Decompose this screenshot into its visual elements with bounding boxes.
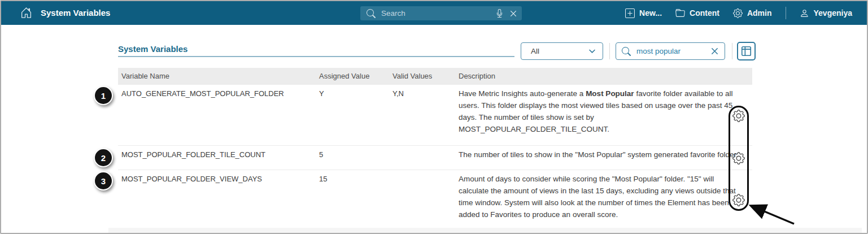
row-settings-gear-icon[interactable]: [732, 194, 745, 206]
close-icon[interactable]: [509, 10, 517, 18]
table-footer-strip: [108, 228, 862, 233]
table-row[interactable]: AUTO_GENERATE_MOST_POPULAR_FOLDER Y Y,N …: [118, 85, 752, 146]
variable-description: The number of tiles to show in the "Most…: [459, 149, 739, 161]
row-settings-gear-icon[interactable]: [732, 110, 745, 122]
table-search-box[interactable]: [616, 42, 725, 60]
plus-square-icon: [625, 8, 635, 18]
grid-layout-icon: [741, 46, 752, 57]
assigned-value: Y: [319, 89, 324, 98]
category-filter-dropdown[interactable]: All: [521, 42, 603, 60]
table-row[interactable]: MOST_POPULAR_FOLDER_TILE_COUNT 5 The num…: [118, 146, 752, 170]
column-header-description[interactable]: Description: [459, 72, 495, 80]
column-header-variable-name[interactable]: Variable Name: [121, 72, 169, 80]
gear-icon: [733, 8, 743, 18]
row-settings-gear-icon[interactable]: [732, 152, 745, 164]
mic-icon[interactable]: [495, 9, 504, 18]
topbar-menu: New... Content Admin Yevgeniya: [625, 1, 852, 25]
panel-title: System Variables: [118, 44, 187, 54]
panel-title-underline: [118, 56, 514, 57]
content-menu-label: Content: [690, 8, 719, 18]
home-icon[interactable]: [20, 7, 32, 19]
new-button-label: New...: [639, 8, 662, 18]
step-badge-3: 3: [94, 171, 113, 190]
variable-name: MOST_POPULAR_FOLDER_VIEW_DAYS: [121, 175, 262, 183]
table-header-row: Variable Name Assigned Value Valid Value…: [118, 68, 752, 85]
new-button[interactable]: New...: [625, 8, 662, 18]
variable-name: AUTO_GENERATE_MOST_POPULAR_FOLDER: [121, 89, 284, 98]
variable-description: Amount of days to consider while scoring…: [459, 173, 739, 220]
admin-menu-label: Admin: [747, 8, 772, 18]
person-icon: [800, 8, 809, 18]
toolbar-divider: [732, 43, 732, 59]
top-navigation-bar: System Variables New... Content Admin: [1, 1, 867, 25]
folder-icon: [675, 8, 685, 18]
page-title: System Variables: [41, 8, 110, 18]
user-menu[interactable]: Yevgeniya: [800, 8, 853, 18]
variable-description: Have Metric Insights auto-generate a Mos…: [459, 88, 739, 135]
valid-values: Y,N: [392, 89, 404, 98]
global-search-bar[interactable]: [360, 6, 522, 20]
chevron-down-icon: [588, 47, 596, 55]
variable-name: MOST_POPULAR_FOLDER_TILE_COUNT: [121, 150, 265, 159]
step-badge-2: 2: [94, 148, 113, 167]
toolbar-divider: [609, 43, 610, 59]
content-menu[interactable]: Content: [675, 8, 719, 18]
topbar-divider: [786, 7, 786, 19]
column-header-valid-values[interactable]: Valid Values: [392, 72, 432, 80]
app-window: System Variables New... Content Admin: [0, 0, 868, 234]
category-filter-value: All: [531, 47, 588, 55]
step-badge-1: 1: [94, 86, 113, 105]
search-icon: [622, 47, 631, 56]
assigned-value: 5: [319, 150, 323, 159]
global-search-input[interactable]: [380, 8, 495, 18]
column-header-assigned-value[interactable]: Assigned Value: [319, 72, 369, 80]
clear-search-icon[interactable]: [710, 47, 719, 55]
table-row[interactable]: MOST_POPULAR_FOLDER_VIEW_DAYS 15 Amount …: [118, 170, 752, 225]
admin-menu[interactable]: Admin: [733, 8, 772, 18]
grid-layout-button[interactable]: [737, 42, 756, 60]
search-icon: [367, 9, 376, 18]
user-menu-label: Yevgeniya: [814, 8, 853, 18]
assigned-value: 15: [319, 175, 327, 183]
table-search-input[interactable]: [635, 46, 710, 56]
